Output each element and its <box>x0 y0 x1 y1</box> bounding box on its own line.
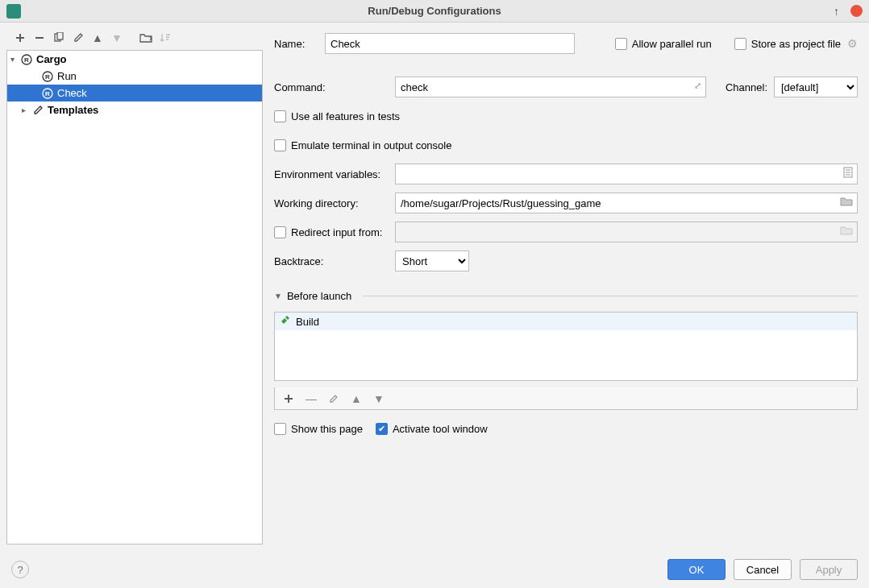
config-tree[interactable]: ▾ R Cargo R Run R Check ▸ <box>6 50 263 545</box>
chevron-down-icon: ▼ <box>274 292 282 300</box>
backtrace-select[interactable]: Short <box>395 251 469 271</box>
checkbox-label: Emulate terminal in output console <box>291 139 451 151</box>
workdir-input[interactable] <box>395 193 858 213</box>
cargo-icon: R <box>41 70 54 83</box>
checkbox-label: Show this page <box>291 423 363 435</box>
config-form: Name: Allow parallel run Store as projec… <box>263 23 869 551</box>
dialog-footer: ? OK Cancel Apply <box>0 551 869 588</box>
tree-node-templates[interactable]: ▸ Templates <box>7 101 262 118</box>
checkbox-label: Use all features in tests <box>291 110 400 122</box>
checkbox-label: Redirect input from: <box>291 226 382 238</box>
before-launch-toolbar: — ▲ ▼ <box>274 387 858 410</box>
svg-rect-0 <box>35 37 44 39</box>
svg-rect-2 <box>57 32 63 39</box>
add-task-button[interactable] <box>281 391 296 406</box>
ok-button[interactable]: OK <box>667 559 726 580</box>
remove-task-button[interactable]: — <box>304 391 318 406</box>
channel-select[interactable]: [default] <box>774 77 858 97</box>
section-label: Before launch <box>287 290 351 302</box>
checkbox-icon <box>274 226 286 238</box>
checkbox-icon: ✔ <box>376 423 388 435</box>
channel-label: Channel: <box>726 81 767 93</box>
checkbox-icon <box>734 38 746 50</box>
sort-button[interactable] <box>158 31 173 45</box>
gear-icon[interactable]: ⚙ <box>847 37 858 50</box>
command-label: Command: <box>274 81 389 93</box>
show-this-page-checkbox[interactable]: Show this page <box>274 423 363 435</box>
allow-parallel-checkbox[interactable]: Allow parallel run <box>615 38 712 50</box>
help-button[interactable]: ? <box>11 561 29 578</box>
activate-tool-window-checkbox[interactable]: ✔ Activate tool window <box>376 423 488 435</box>
move-up-button[interactable]: ▲ <box>90 31 105 45</box>
wrench-icon <box>31 104 44 117</box>
tree-node-run[interactable]: R Run <box>7 68 262 85</box>
copy-config-button[interactable] <box>52 31 66 45</box>
tree-label: Cargo <box>36 53 67 65</box>
use-all-features-checkbox[interactable]: Use all features in tests <box>274 110 400 122</box>
folder-button[interactable] <box>139 31 153 45</box>
apply-button: Apply <box>800 559 858 580</box>
env-input[interactable] <box>395 164 858 184</box>
sidebar: ▲ ▼ ▾ R Cargo R Run <box>0 23 263 551</box>
svg-text:R: R <box>24 56 29 64</box>
checkbox-icon <box>274 423 286 435</box>
checkbox-icon <box>274 139 286 151</box>
list-icon[interactable] <box>843 167 853 180</box>
folder-icon[interactable] <box>840 196 853 209</box>
move-task-down-button[interactable]: ▼ <box>372 391 386 406</box>
folder-icon <box>840 225 853 238</box>
titlebar: Run/Debug Configurations ↑ <box>0 0 869 23</box>
redirect-input <box>395 222 858 242</box>
divider <box>363 296 858 296</box>
remove-config-button[interactable] <box>32 31 47 45</box>
command-input[interactable] <box>395 77 706 97</box>
tree-label: Run <box>57 70 77 82</box>
edit-task-button[interactable] <box>326 391 341 406</box>
expand-icon[interactable]: ⤢ <box>694 81 701 91</box>
checkbox-icon <box>274 110 286 122</box>
before-launch-header[interactable]: ▼ Before launch <box>274 290 858 302</box>
cargo-icon: R <box>41 87 54 100</box>
env-label: Environment variables: <box>274 168 389 180</box>
before-launch-item[interactable]: Build <box>275 313 857 330</box>
app-icon <box>6 4 21 19</box>
checkbox-icon <box>615 38 627 50</box>
close-icon[interactable] <box>850 5 863 17</box>
add-config-button[interactable] <box>13 31 27 45</box>
cargo-icon: R <box>20 53 33 66</box>
checkbox-label: Store as project file <box>751 38 841 50</box>
edit-defaults-button[interactable] <box>71 31 85 45</box>
window-title: Run/Debug Configurations <box>368 5 501 17</box>
before-launch-list[interactable]: Build <box>274 312 858 381</box>
checkbox-label: Allow parallel run <box>632 38 712 50</box>
before-launch-item-label: Build <box>296 316 319 328</box>
move-task-up-button[interactable]: ▲ <box>349 391 364 406</box>
sidebar-toolbar: ▲ ▼ <box>6 29 263 50</box>
tree-node-check[interactable]: R Check <box>7 85 262 101</box>
tree-label: Check <box>57 87 87 99</box>
emulate-terminal-checkbox[interactable]: Emulate terminal in output console <box>274 139 451 151</box>
redirect-input-checkbox[interactable]: Redirect input from: <box>274 226 389 238</box>
move-down-button[interactable]: ▼ <box>110 31 124 45</box>
cancel-button[interactable]: Cancel <box>734 559 792 580</box>
workdir-label: Working directory: <box>274 197 389 209</box>
svg-text:R: R <box>45 73 50 81</box>
checkbox-label: Activate tool window <box>393 423 488 435</box>
name-label: Name: <box>274 38 318 50</box>
chevron-down-icon: ▾ <box>10 55 20 64</box>
name-input[interactable] <box>325 33 575 54</box>
chevron-right-icon: ▸ <box>22 106 31 114</box>
tree-label: Templates <box>48 104 98 116</box>
tree-node-cargo[interactable]: ▾ R Cargo <box>7 51 262 68</box>
backtrace-label: Backtrace: <box>274 255 389 267</box>
store-project-file-checkbox[interactable]: Store as project file <box>734 38 841 50</box>
hammer-icon <box>280 315 291 329</box>
restore-icon[interactable]: ↑ <box>834 5 839 18</box>
svg-text:R: R <box>45 90 50 97</box>
